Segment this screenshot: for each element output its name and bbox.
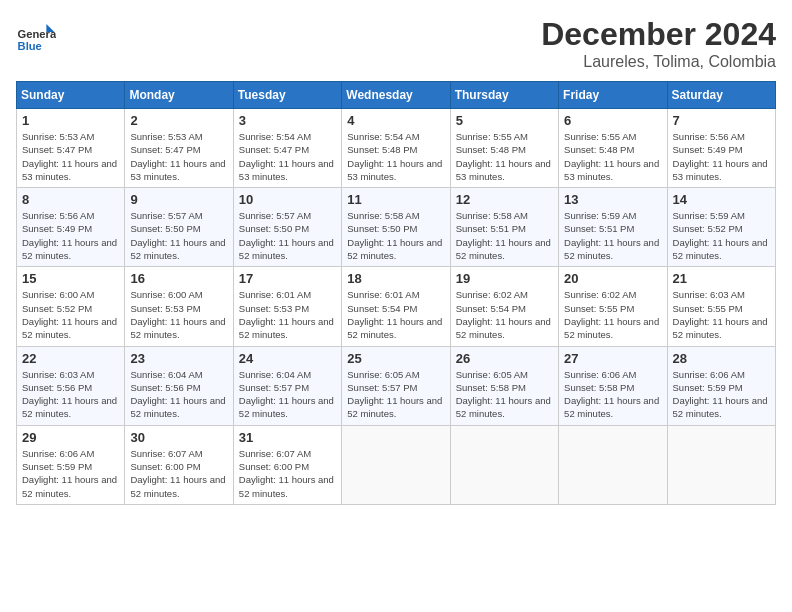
day-number: 21 [673,271,770,286]
calendar-cell: 18 Sunrise: 6:01 AM Sunset: 5:54 PM Dayl… [342,267,450,346]
day-info: Sunrise: 6:04 AM Sunset: 5:57 PM Dayligh… [239,368,336,421]
day-number: 4 [347,113,444,128]
calendar-cell: 31 Sunrise: 6:07 AM Sunset: 6:00 PM Dayl… [233,425,341,504]
day-info: Sunrise: 5:53 AM Sunset: 5:47 PM Dayligh… [22,130,119,183]
weekday-header-sunday: Sunday [17,82,125,109]
day-number: 24 [239,351,336,366]
day-number: 26 [456,351,553,366]
calendar-table: SundayMondayTuesdayWednesdayThursdayFrid… [16,81,776,505]
day-info: Sunrise: 6:01 AM Sunset: 5:54 PM Dayligh… [347,288,444,341]
calendar-cell: 15 Sunrise: 6:00 AM Sunset: 5:52 PM Dayl… [17,267,125,346]
calendar-cell: 7 Sunrise: 5:56 AM Sunset: 5:49 PM Dayli… [667,109,775,188]
day-number: 12 [456,192,553,207]
day-number: 17 [239,271,336,286]
day-info: Sunrise: 6:00 AM Sunset: 5:52 PM Dayligh… [22,288,119,341]
page-header: General Blue December 2024 Laureles, Tol… [16,16,776,71]
month-title: December 2024 [541,16,776,53]
calendar-cell: 14 Sunrise: 5:59 AM Sunset: 5:52 PM Dayl… [667,188,775,267]
day-info: Sunrise: 6:06 AM Sunset: 5:59 PM Dayligh… [673,368,770,421]
day-number: 18 [347,271,444,286]
day-number: 22 [22,351,119,366]
calendar-week-3: 15 Sunrise: 6:00 AM Sunset: 5:52 PM Dayl… [17,267,776,346]
day-number: 1 [22,113,119,128]
calendar-cell: 4 Sunrise: 5:54 AM Sunset: 5:48 PM Dayli… [342,109,450,188]
day-number: 23 [130,351,227,366]
calendar-cell: 28 Sunrise: 6:06 AM Sunset: 5:59 PM Dayl… [667,346,775,425]
calendar-cell: 13 Sunrise: 5:59 AM Sunset: 5:51 PM Dayl… [559,188,667,267]
calendar-cell: 23 Sunrise: 6:04 AM Sunset: 5:56 PM Dayl… [125,346,233,425]
day-info: Sunrise: 6:03 AM Sunset: 5:55 PM Dayligh… [673,288,770,341]
day-number: 8 [22,192,119,207]
logo: General Blue [16,16,60,56]
day-info: Sunrise: 5:56 AM Sunset: 5:49 PM Dayligh… [673,130,770,183]
day-number: 14 [673,192,770,207]
calendar-cell [342,425,450,504]
calendar-cell: 20 Sunrise: 6:02 AM Sunset: 5:55 PM Dayl… [559,267,667,346]
day-number: 10 [239,192,336,207]
calendar-cell: 22 Sunrise: 6:03 AM Sunset: 5:56 PM Dayl… [17,346,125,425]
calendar-cell: 19 Sunrise: 6:02 AM Sunset: 5:54 PM Dayl… [450,267,558,346]
day-number: 30 [130,430,227,445]
calendar-cell: 12 Sunrise: 5:58 AM Sunset: 5:51 PM Dayl… [450,188,558,267]
calendar-cell: 25 Sunrise: 6:05 AM Sunset: 5:57 PM Dayl… [342,346,450,425]
day-info: Sunrise: 5:56 AM Sunset: 5:49 PM Dayligh… [22,209,119,262]
calendar-cell: 30 Sunrise: 6:07 AM Sunset: 6:00 PM Dayl… [125,425,233,504]
calendar-week-2: 8 Sunrise: 5:56 AM Sunset: 5:49 PM Dayli… [17,188,776,267]
day-info: Sunrise: 5:59 AM Sunset: 5:52 PM Dayligh… [673,209,770,262]
calendar-cell: 1 Sunrise: 5:53 AM Sunset: 5:47 PM Dayli… [17,109,125,188]
day-number: 28 [673,351,770,366]
day-info: Sunrise: 5:55 AM Sunset: 5:48 PM Dayligh… [456,130,553,183]
day-info: Sunrise: 6:01 AM Sunset: 5:53 PM Dayligh… [239,288,336,341]
calendar-cell: 24 Sunrise: 6:04 AM Sunset: 5:57 PM Dayl… [233,346,341,425]
calendar-cell [559,425,667,504]
day-number: 20 [564,271,661,286]
calendar-week-5: 29 Sunrise: 6:06 AM Sunset: 5:59 PM Dayl… [17,425,776,504]
day-number: 6 [564,113,661,128]
day-info: Sunrise: 6:06 AM Sunset: 5:59 PM Dayligh… [22,447,119,500]
day-number: 31 [239,430,336,445]
calendar-cell: 9 Sunrise: 5:57 AM Sunset: 5:50 PM Dayli… [125,188,233,267]
weekday-header-monday: Monday [125,82,233,109]
day-info: Sunrise: 6:07 AM Sunset: 6:00 PM Dayligh… [239,447,336,500]
calendar-cell: 26 Sunrise: 6:05 AM Sunset: 5:58 PM Dayl… [450,346,558,425]
calendar-cell: 16 Sunrise: 6:00 AM Sunset: 5:53 PM Dayl… [125,267,233,346]
day-info: Sunrise: 5:58 AM Sunset: 5:51 PM Dayligh… [456,209,553,262]
day-number: 27 [564,351,661,366]
day-number: 3 [239,113,336,128]
day-number: 15 [22,271,119,286]
day-info: Sunrise: 5:54 AM Sunset: 5:47 PM Dayligh… [239,130,336,183]
weekday-header-row: SundayMondayTuesdayWednesdayThursdayFrid… [17,82,776,109]
day-number: 11 [347,192,444,207]
day-info: Sunrise: 6:00 AM Sunset: 5:53 PM Dayligh… [130,288,227,341]
calendar-cell: 5 Sunrise: 5:55 AM Sunset: 5:48 PM Dayli… [450,109,558,188]
calendar-week-1: 1 Sunrise: 5:53 AM Sunset: 5:47 PM Dayli… [17,109,776,188]
weekday-header-thursday: Thursday [450,82,558,109]
day-number: 5 [456,113,553,128]
calendar-cell: 29 Sunrise: 6:06 AM Sunset: 5:59 PM Dayl… [17,425,125,504]
day-info: Sunrise: 6:03 AM Sunset: 5:56 PM Dayligh… [22,368,119,421]
day-number: 25 [347,351,444,366]
svg-text:Blue: Blue [18,40,42,52]
day-info: Sunrise: 6:07 AM Sunset: 6:00 PM Dayligh… [130,447,227,500]
calendar-week-4: 22 Sunrise: 6:03 AM Sunset: 5:56 PM Dayl… [17,346,776,425]
day-info: Sunrise: 5:58 AM Sunset: 5:50 PM Dayligh… [347,209,444,262]
day-number: 13 [564,192,661,207]
day-number: 29 [22,430,119,445]
day-number: 9 [130,192,227,207]
calendar-cell: 3 Sunrise: 5:54 AM Sunset: 5:47 PM Dayli… [233,109,341,188]
day-info: Sunrise: 5:55 AM Sunset: 5:48 PM Dayligh… [564,130,661,183]
day-info: Sunrise: 6:05 AM Sunset: 5:57 PM Dayligh… [347,368,444,421]
day-number: 16 [130,271,227,286]
day-info: Sunrise: 5:57 AM Sunset: 5:50 PM Dayligh… [130,209,227,262]
calendar-cell: 17 Sunrise: 6:01 AM Sunset: 5:53 PM Dayl… [233,267,341,346]
day-info: Sunrise: 6:04 AM Sunset: 5:56 PM Dayligh… [130,368,227,421]
calendar-cell: 8 Sunrise: 5:56 AM Sunset: 5:49 PM Dayli… [17,188,125,267]
weekday-header-tuesday: Tuesday [233,82,341,109]
location-title: Laureles, Tolima, Colombia [541,53,776,71]
day-info: Sunrise: 5:57 AM Sunset: 5:50 PM Dayligh… [239,209,336,262]
weekday-header-saturday: Saturday [667,82,775,109]
day-info: Sunrise: 5:59 AM Sunset: 5:51 PM Dayligh… [564,209,661,262]
day-number: 7 [673,113,770,128]
calendar-cell [450,425,558,504]
weekday-header-wednesday: Wednesday [342,82,450,109]
